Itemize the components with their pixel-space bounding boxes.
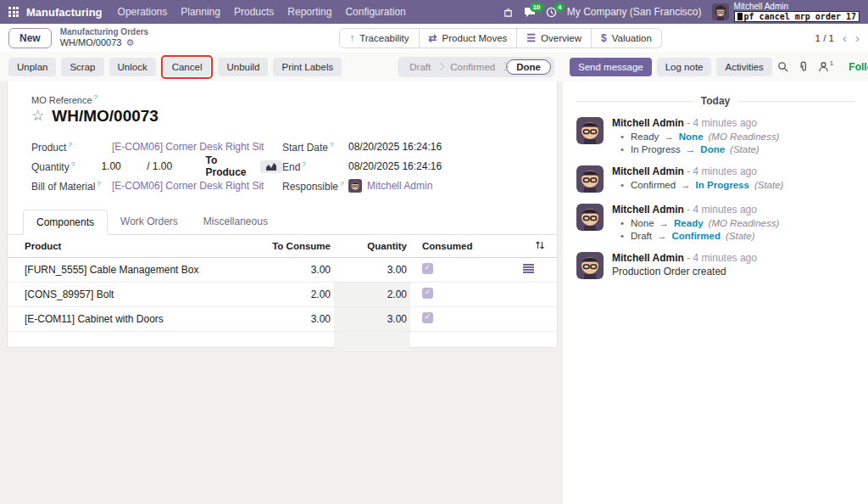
- col-header-quantity[interactable]: Quantity: [334, 235, 410, 258]
- traceability-button[interactable]: ↑Traceability: [339, 28, 419, 48]
- unlock-button[interactable]: Unlock: [109, 58, 156, 76]
- chatter-message: Mitchell Admin - 4 minutes ago Confirmed…: [576, 165, 854, 193]
- pager: 1 / 1 ‹ ›: [815, 31, 860, 44]
- row-to-consume[interactable]: 3.00: [258, 257, 334, 282]
- move-details-button[interactable]: [499, 257, 557, 282]
- user-avatar: [712, 3, 729, 20]
- pager-previous-icon[interactable]: ‹: [843, 31, 847, 44]
- consumed-checkbox[interactable]: [422, 312, 433, 323]
- followers-icon[interactable]: 1: [818, 61, 833, 72]
- valuation-button[interactable]: $Valuation: [592, 28, 662, 48]
- message-body: Production Order created: [612, 266, 757, 277]
- form-actions: Unplan Scrap Unlock Cancel Unbuild Print…: [0, 52, 563, 81]
- status-draft[interactable]: Draft: [401, 62, 439, 72]
- status-confirmed[interactable]: Confirmed: [442, 62, 504, 72]
- cancel-button[interactable]: Cancel: [164, 58, 211, 76]
- user-name: Mitchell Admin: [734, 2, 788, 11]
- responsible-avatar: [348, 179, 362, 193]
- breadcrumb-current: WH/MO/00073 ⚙: [60, 37, 148, 48]
- activities-button[interactable]: Activities: [716, 58, 771, 76]
- action-strip: Unplan Scrap Unlock Cancel Unbuild Print…: [0, 52, 868, 81]
- messages-icon[interactable]: 10: [524, 7, 536, 18]
- status-bar: Draft Confirmed Done: [398, 57, 554, 77]
- table-row[interactable]: [CONS_89957] Bolt 2.00 2.00: [8, 282, 557, 306]
- table-row[interactable]: [E-COM11] Cabinet with Doors 3.00 3.00: [8, 306, 557, 331]
- consumed-checkbox[interactable]: [422, 263, 433, 274]
- message-avatar: [576, 252, 604, 279]
- scrap-button[interactable]: Scrap: [61, 58, 103, 76]
- arrow-up-icon: ↑: [349, 32, 354, 44]
- col-header-consumed[interactable]: Consumed: [410, 235, 499, 258]
- log-note-button[interactable]: Log note: [657, 58, 712, 76]
- unbuild-button[interactable]: Unbuild: [218, 58, 268, 76]
- components-table: Product To Consume Quantity Consumed [FU…: [8, 235, 557, 378]
- empty-row: [8, 351, 557, 377]
- tab-components[interactable]: Components: [23, 210, 108, 235]
- start-date-label: Start Date: [282, 141, 348, 154]
- product-label: Product: [31, 141, 112, 154]
- optional-columns-button[interactable]: [499, 235, 557, 258]
- bag-icon[interactable]: [503, 7, 514, 18]
- quantity-label: Quantity: [31, 160, 101, 173]
- menu-planning[interactable]: Planning: [181, 6, 220, 18]
- gear-icon[interactable]: ⚙: [125, 37, 134, 48]
- arrow-right-icon: [664, 132, 674, 142]
- row-product[interactable]: [E-COM11] Cabinet with Doors: [8, 306, 258, 331]
- consumed-checkbox[interactable]: [422, 288, 433, 299]
- row-product[interactable]: [CONS_89957] Bolt: [8, 282, 258, 306]
- responsible-value[interactable]: Mitchell Admin: [367, 180, 432, 192]
- following-button[interactable]: Following: [849, 61, 868, 73]
- activities-clock-icon[interactable]: 4: [546, 7, 557, 18]
- start-date-value[interactable]: 08/20/2025 16:24:16: [348, 141, 442, 153]
- col-header-product[interactable]: Product: [8, 235, 258, 258]
- end-date-value[interactable]: 08/20/2025 16:24:16: [348, 160, 442, 172]
- menu-reporting[interactable]: Reporting: [287, 6, 331, 18]
- responsible-label: Responsible: [282, 180, 348, 193]
- pager-next-icon[interactable]: ›: [855, 31, 860, 44]
- chatter-icons: 1: [777, 61, 833, 72]
- tab-miscellaneous[interactable]: Miscellaneous: [191, 210, 281, 235]
- company-switcher[interactable]: My Company (San Francisco): [567, 6, 702, 18]
- tab-work-orders[interactable]: Work Orders: [108, 210, 191, 235]
- quantity-total: / 1.00: [147, 160, 205, 172]
- to-produce-label: To Produce: [206, 154, 253, 178]
- hamburger-icon: ☰: [526, 32, 536, 44]
- menu-configuration[interactable]: Configuration: [345, 6, 405, 18]
- row-product[interactable]: [FURN_5555] Cable Management Box: [8, 257, 258, 282]
- menu-operations[interactable]: Operations: [118, 6, 168, 18]
- row-to-consume[interactable]: 2.00: [258, 282, 334, 306]
- message-author[interactable]: Mitchell Admin: [612, 252, 684, 264]
- send-message-button[interactable]: Send message: [570, 58, 652, 76]
- quantity-input[interactable]: 1.00: [101, 160, 147, 172]
- product-moves-button[interactable]: ⇄Product Moves: [420, 28, 518, 48]
- favorite-star-icon[interactable]: ☆: [31, 107, 44, 125]
- bom-value[interactable]: [E-COM06] Corner Desk Right Sit: [112, 180, 264, 192]
- search-icon[interactable]: [777, 61, 788, 72]
- col-header-to-consume[interactable]: To Consume: [258, 235, 334, 258]
- paperclip-icon[interactable]: [798, 61, 809, 72]
- row-quantity[interactable]: 2.00: [334, 282, 410, 306]
- overview-button[interactable]: ☰Overview: [517, 28, 592, 48]
- product-value[interactable]: [E-COM06] Corner Desk Right Sit: [112, 141, 264, 153]
- print-labels-button[interactable]: Print Labels: [273, 58, 342, 76]
- unplan-button[interactable]: Unplan: [8, 58, 56, 76]
- row-to-consume[interactable]: 3.00: [258, 306, 334, 331]
- messages-badge: 10: [530, 3, 543, 12]
- bom-label: Bill of Material: [31, 180, 112, 193]
- smart-buttons: ↑Traceability ⇄Product Moves ☰Overview $…: [339, 28, 662, 48]
- table-row[interactable]: [FURN_5555] Cable Management Box 3.00 3.…: [8, 257, 557, 282]
- forecast-button[interactable]: [260, 160, 282, 173]
- message-author[interactable]: Mitchell Admin: [612, 204, 684, 216]
- menu-products[interactable]: Products: [234, 6, 274, 18]
- row-quantity[interactable]: 3.00: [334, 257, 410, 282]
- message-author[interactable]: Mitchell Admin: [612, 165, 684, 177]
- user-menu[interactable]: Mitchell Admin pf_cancel_mrp_order_17: [712, 2, 860, 22]
- message-author[interactable]: Mitchell Admin: [612, 117, 684, 129]
- new-button[interactable]: New: [8, 28, 52, 48]
- status-done[interactable]: Done: [506, 59, 551, 75]
- form-sheet: MO Reference ☆ WH/MO/00073 Product [E-CO…: [7, 81, 558, 348]
- row-quantity[interactable]: 3.00: [334, 306, 410, 331]
- app-name[interactable]: Manufacturing: [26, 6, 103, 19]
- apps-grid-icon[interactable]: [8, 7, 19, 17]
- breadcrumb-parent[interactable]: Manufacturing Orders: [60, 27, 148, 37]
